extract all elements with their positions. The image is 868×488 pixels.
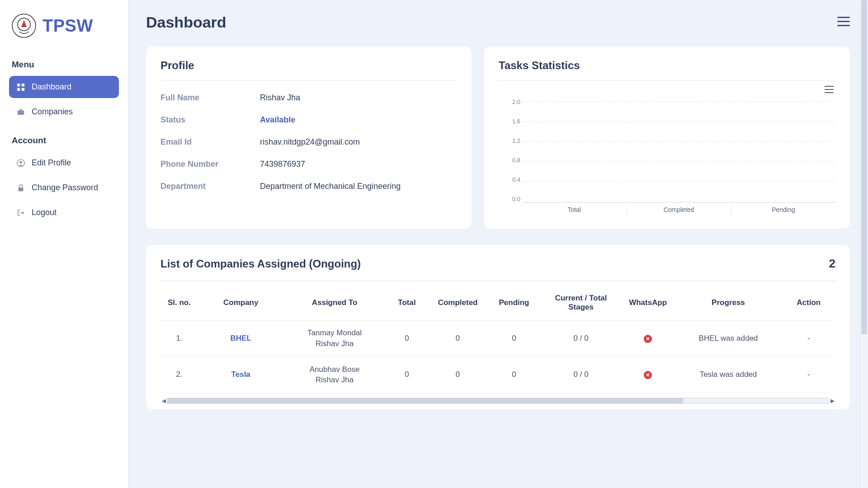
- page-scroll-thumb[interactable]: [861, 0, 867, 334]
- x-category: Pending: [731, 204, 835, 216]
- y-tick: 2.0: [512, 99, 520, 105]
- sidebar-item-edit-profile[interactable]: Edit Profile: [9, 152, 119, 174]
- scroll-left-icon[interactable]: ◀: [160, 398, 167, 404]
- page-title: Dashboard: [146, 14, 226, 31]
- cell-company: BHEL: [198, 320, 284, 357]
- scroll-thumb[interactable]: [167, 398, 683, 404]
- col-progress: Progress: [675, 286, 782, 320]
- sidebar-item-label: Edit Profile: [32, 158, 71, 168]
- profile-value: rishav.nitdgp24@gmail.com: [260, 137, 360, 147]
- svg-rect-10: [19, 188, 24, 191]
- topbar: Dashboard: [146, 14, 850, 31]
- companies-table: Sl. no. Company Assigned To Total Comple…: [160, 286, 835, 393]
- scroll-right-icon[interactable]: ▶: [829, 398, 835, 404]
- y-tick: 0.8: [512, 157, 520, 164]
- sidebar-item-logout[interactable]: Logout: [9, 202, 119, 224]
- col-whatsapp: WhatsApp: [621, 286, 675, 320]
- y-tick: 0.4: [512, 176, 520, 183]
- y-tick: 1.2: [512, 137, 520, 144]
- grid-icon: [16, 83, 25, 92]
- col-total: Total: [386, 286, 429, 320]
- cell-total: 0: [386, 320, 429, 357]
- cell-company: Tesla: [198, 357, 284, 393]
- brand: TPSW: [9, 12, 119, 50]
- profile-value: Rishav Jha: [260, 93, 300, 103]
- cell-sl: 1.: [160, 320, 198, 357]
- companies-card: List of Companies Assigned (Ongoing) 2 S…: [146, 245, 850, 409]
- cell-completed: 0: [428, 357, 487, 393]
- cell-whatsapp: ✕: [621, 320, 675, 357]
- y-tick: 0.0: [512, 196, 520, 202]
- col-pending: Pending: [487, 286, 541, 320]
- profile-row-email: Email Id rishav.nitdgp24@gmail.com: [160, 131, 457, 153]
- tasks-chart: 2.0 1.6 1.2 0.8 0.4 0.0 Total Completed …: [499, 99, 835, 216]
- svg-rect-16: [825, 92, 834, 93]
- col-action: Action: [782, 286, 835, 320]
- profile-card: Profile Full Name Rishav Jha Status Avai…: [146, 47, 472, 229]
- cell-action: -: [782, 357, 835, 393]
- cell-action: -: [782, 320, 835, 357]
- profile-value: 7439876937: [260, 160, 305, 169]
- y-tick: 1.6: [512, 118, 520, 125]
- cell-assigned-text: Tanmay MondalRishav Jha: [288, 328, 382, 349]
- cell-pending: 0: [487, 357, 541, 393]
- svg-rect-7: [19, 109, 22, 110]
- svg-rect-15: [825, 89, 834, 90]
- profile-row-fullname: Full Name Rishav Jha: [160, 87, 457, 109]
- profile-label: Email Id: [160, 137, 260, 147]
- sidebar-item-label: Change Password: [32, 183, 98, 192]
- cell-stages: 0 / 0: [541, 357, 621, 393]
- col-stages: Current / Total Stages: [541, 286, 621, 320]
- cell-progress: Tesla was added: [675, 357, 782, 393]
- sidebar-item-label: Companies: [32, 107, 73, 117]
- chart-menu-icon[interactable]: [823, 84, 835, 97]
- sidebar-section-account: Account: [9, 126, 119, 152]
- company-link[interactable]: BHEL: [231, 334, 251, 343]
- profile-value: Department of Mechanical Engineering: [260, 182, 401, 191]
- whatsapp-status-icon[interactable]: ✕: [644, 371, 652, 379]
- svg-rect-2: [17, 83, 20, 86]
- company-link[interactable]: Tesla: [231, 370, 250, 379]
- briefcase-icon: [16, 108, 25, 117]
- user-circle-icon: [16, 159, 25, 168]
- svg-rect-13: [837, 25, 850, 26]
- whatsapp-status-icon[interactable]: ✕: [644, 335, 652, 343]
- cell-progress: BHEL was added: [675, 320, 782, 357]
- cell-whatsapp: ✕: [621, 357, 675, 393]
- svg-rect-4: [17, 88, 20, 90]
- col-completed: Completed: [428, 286, 487, 320]
- x-category: Total: [522, 204, 626, 216]
- svg-rect-3: [22, 83, 24, 86]
- cell-assigned-text: Anubhav BoseRishav Jha: [288, 364, 382, 386]
- svg-rect-5: [22, 88, 24, 90]
- profile-row-department: Department Department of Mechanical Engi…: [160, 175, 457, 197]
- companies-count: 2: [829, 257, 835, 271]
- col-assigned: Assigned To: [284, 286, 386, 320]
- sidebar-item-dashboard[interactable]: Dashboard: [9, 76, 119, 98]
- page-vertical-scrollbar[interactable]: [860, 0, 868, 488]
- lock-icon: [16, 183, 25, 192]
- cell-sl: 2.: [160, 357, 198, 393]
- svg-rect-6: [18, 110, 24, 115]
- profile-row-phone: Phone Number 7439876937: [160, 153, 457, 175]
- stats-card: Tasks Statistics 2.0 1.6 1.2 0.8 0.4 0.0: [484, 47, 850, 229]
- profile-value-status[interactable]: Available: [260, 115, 295, 125]
- svg-point-9: [19, 161, 22, 163]
- col-company: Company: [198, 286, 284, 320]
- x-category: Completed: [626, 204, 731, 216]
- sidebar-item-change-password[interactable]: Change Password: [9, 177, 119, 199]
- sidebar: TPSW Menu Dashboard Companies Account Ed…: [0, 0, 128, 488]
- cell-pending: 0: [487, 320, 541, 357]
- scroll-track[interactable]: [167, 398, 829, 404]
- brand-name: TPSW: [42, 16, 93, 36]
- col-sl: Sl. no.: [160, 286, 198, 320]
- menu-icon[interactable]: [837, 17, 850, 28]
- profile-card-title: Profile: [160, 59, 457, 80]
- svg-rect-14: [825, 86, 834, 87]
- table-horizontal-scrollbar[interactable]: ◀ ▶: [160, 397, 835, 405]
- sidebar-item-label: Dashboard: [32, 82, 71, 92]
- sidebar-item-companies[interactable]: Companies: [9, 101, 119, 123]
- profile-row-status: Status Available: [160, 109, 457, 131]
- brand-logo: [12, 14, 36, 38]
- sidebar-section-menu: Menu: [9, 50, 119, 76]
